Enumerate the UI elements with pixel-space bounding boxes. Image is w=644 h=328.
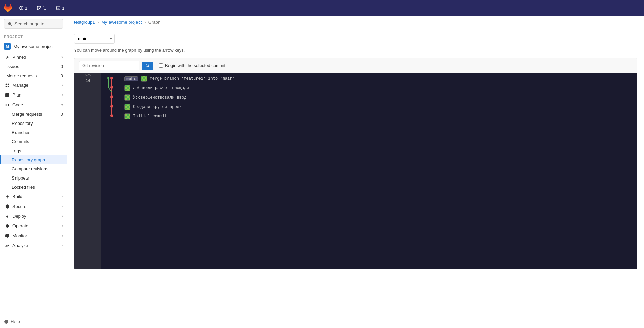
plan-chevron: › (62, 93, 63, 97)
operate-chevron: › (62, 224, 63, 228)
sidebar-item-locked-files[interactable]: Locked files (0, 183, 67, 192)
commit-row-3: Создали крутой проект (122, 102, 637, 112)
todo-icon (56, 6, 61, 10)
help-button[interactable]: Help (0, 315, 67, 328)
branch-dropdown-wrapper: main (74, 34, 115, 44)
commit-row-1: Добавили расчет площади (122, 83, 637, 93)
begin-with-selected-label[interactable]: Begin with the selected commit (159, 63, 225, 68)
commit-avatar-2 (124, 94, 130, 101)
deploy-chevron: › (62, 214, 63, 218)
code-icon (5, 103, 10, 107)
date-row-4 (74, 111, 101, 120)
sidebar-item-plan[interactable]: Plan › (0, 90, 67, 100)
merge-requests-pinned-label: Merge requests (6, 73, 37, 78)
sidebar-item-branches[interactable]: Branches (0, 128, 67, 137)
build-icon (5, 194, 10, 199)
project-link[interactable]: M My awesome project (0, 40, 67, 52)
breadcrumb-group[interactable]: testgroup1 (74, 20, 95, 25)
commit-message-2[interactable]: Усовершенствовали ввод (133, 95, 186, 100)
build-label: Build (12, 194, 22, 199)
svg-point-3 (40, 6, 41, 8)
locked-files-label: Locked files (12, 185, 35, 190)
graph-dates: Nov 14 (74, 73, 101, 269)
git-revision-input[interactable] (79, 61, 139, 70)
svg-rect-7 (6, 83, 7, 85)
sidebar-item-tags[interactable]: Tags (0, 146, 67, 155)
svg-rect-8 (8, 83, 9, 85)
svg-rect-9 (6, 85, 7, 87)
commit-avatar-inner-3 (125, 105, 130, 109)
gitlab-logo-icon (4, 4, 12, 12)
svg-point-16 (6, 323, 7, 323)
svg-rect-10 (8, 85, 9, 87)
todos-button[interactable]: 1 (53, 4, 67, 12)
sidebar-item-build[interactable]: Build › (0, 192, 67, 201)
svg-point-17 (146, 64, 148, 66)
commit-message-3[interactable]: Создали крутой проект (133, 105, 184, 109)
sidebar-item-pinned[interactable]: Pinned ▾ (0, 52, 67, 62)
begin-with-selected-checkbox[interactable] (159, 63, 163, 68)
add-button[interactable] (71, 4, 81, 12)
help-label: Help (11, 319, 20, 324)
main-content: testgroup1 › My awesome project › Graph … (67, 16, 644, 328)
graph-svg (101, 73, 122, 120)
operate-label: Operate (12, 223, 28, 228)
pinned-label: Pinned (12, 55, 26, 60)
sidebar-item-manage[interactable]: Manage › (0, 80, 67, 90)
graph-lanes (101, 73, 122, 269)
plan-label: Plan (12, 92, 21, 98)
sidebar-item-issues[interactable]: Issues 0 (0, 62, 67, 71)
graph-toolbar: Begin with the selected commit (74, 58, 637, 73)
sidebar-item-commits[interactable]: Commits (0, 137, 67, 146)
issues-button[interactable]: 1 (16, 4, 30, 12)
breadcrumb: testgroup1 › My awesome project › Graph (67, 16, 644, 28)
breadcrumb-sep-2: › (144, 20, 146, 25)
branch-dropdown[interactable]: main (74, 34, 115, 44)
sidebar-item-snippets[interactable]: Snippets (0, 173, 67, 183)
date-day-0: 14 (86, 78, 90, 83)
sidebar-item-analyze[interactable]: Analyze › (0, 241, 67, 250)
merge-requests-button[interactable]: ⇅ (34, 4, 49, 12)
mr-count: ⇅ (43, 6, 47, 11)
mr-sub-label: Merge requests (12, 112, 42, 117)
svg-point-13 (7, 225, 8, 227)
search-go-to-button[interactable]: Search or go to... (4, 19, 63, 29)
app-body: Search or go to... Project M My awesome … (0, 16, 644, 328)
sidebar-item-deploy[interactable]: Deploy › (0, 211, 67, 221)
commit-message-4[interactable]: Initial commit (133, 114, 167, 119)
content-area: main You can move around the graph by us… (67, 28, 644, 275)
sidebar-item-repository-graph[interactable]: Repository graph (0, 155, 67, 164)
analyze-chevron: › (62, 244, 63, 247)
monitor-label: Monitor (12, 233, 27, 238)
sidebar-item-secure[interactable]: Secure › (0, 201, 67, 211)
sidebar-item-compare-revisions[interactable]: Compare revisions (0, 164, 67, 173)
commit-message-0[interactable]: Merge branch 'feature1' into 'main' (150, 76, 235, 81)
commit-message-1[interactable]: Добавили расчет площади (133, 86, 189, 90)
commit-avatar-inner-1 (125, 86, 130, 90)
secure-label: Secure (12, 204, 26, 209)
mr-icon (37, 6, 41, 10)
sidebar-item-merge-requests-sub[interactable]: Merge requests 0 (0, 110, 67, 119)
svg-point-21 (110, 77, 113, 79)
breadcrumb-current: Graph (148, 20, 160, 25)
mr-sub-badge: 0 (61, 112, 63, 117)
git-revision-search-button[interactable] (142, 62, 153, 70)
sidebar-item-operate[interactable]: Operate › (0, 221, 67, 231)
secure-chevron: › (62, 204, 63, 208)
breadcrumb-project[interactable]: My awesome project (101, 20, 142, 25)
pinned-chevron: ▾ (61, 55, 63, 59)
commit-avatar-inner-0 (142, 76, 146, 81)
sidebar-item-monitor[interactable]: Monitor › (0, 231, 67, 241)
operate-icon (5, 224, 10, 228)
sidebar-item-code[interactable]: Code ▾ (0, 100, 67, 110)
commit-avatar-1 (124, 85, 130, 91)
plus-icon (74, 6, 79, 10)
sidebar-item-merge-requests-pinned[interactable]: Merge requests 0 (0, 71, 67, 80)
svg-point-24 (110, 95, 113, 98)
sidebar-item-repository[interactable]: Repository (0, 119, 67, 128)
commit-row-2: Усовершенствовали ввод (122, 93, 637, 102)
commit-row-4: Initial commit (122, 112, 637, 121)
svg-point-23 (110, 86, 113, 89)
commit-row-0: main ▸ Merge branch 'feature1' into 'mai… (122, 74, 637, 83)
commit-avatar-inner-4 (125, 114, 130, 119)
